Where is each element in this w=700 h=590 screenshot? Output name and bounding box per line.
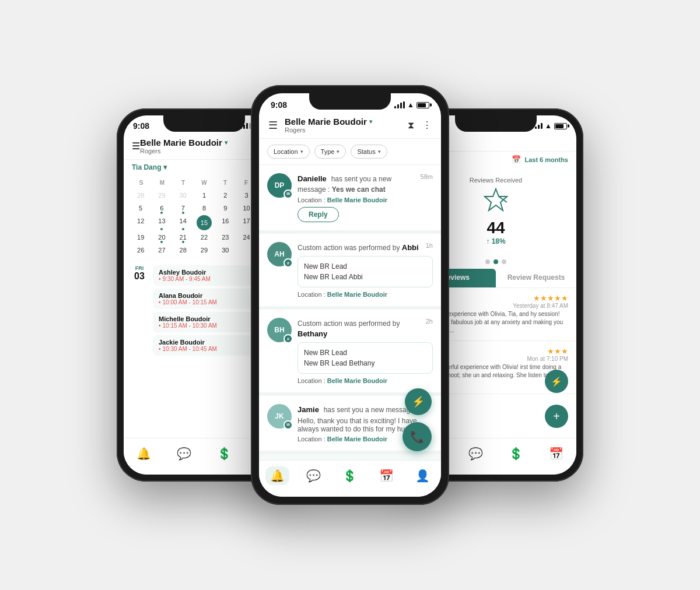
nav-payments-center[interactable]: 💲 (338, 466, 362, 485)
phone-call-fab[interactable]: 📞 (402, 422, 432, 451)
avatar-danielle: DP ✉ (267, 173, 292, 198)
status-filter[interactable]: Status ▾ (351, 145, 387, 159)
message-item-abbi[interactable]: AH # Custom action was performed by Abbi… (259, 234, 441, 310)
type-chevron-icon: ▾ (337, 149, 340, 154)
time-center: 9:08 (271, 100, 287, 110)
reply-button[interactable]: Reply (298, 207, 339, 222)
chat-icon: 💬 (177, 447, 191, 461)
msg-body-bethany: New BR Lead New BR Lead Bethany (298, 342, 433, 374)
cal-day[interactable]: 13 (152, 215, 172, 230)
type-filter[interactable]: Type ▾ (314, 145, 346, 159)
cal-day[interactable]: 8 (194, 202, 214, 214)
cal-day[interactable]: 9 (215, 202, 235, 214)
calendar-icon-right: 📅 (549, 447, 564, 461)
battery-center (416, 102, 429, 108)
cal-day[interactable]: 28 (131, 189, 150, 201)
battery-right (554, 123, 567, 129)
user-name: Tia Dang (132, 163, 161, 171)
msg-header-danielle: Danielle has sent you a new message : Ye… (298, 173, 433, 194)
nav-messages-left[interactable]: 💬 (172, 444, 196, 463)
cal-day[interactable]: 5 (131, 202, 150, 214)
person-icon-center: 👤 (415, 469, 430, 483)
cal-day[interactable]: 1 (194, 189, 214, 201)
cal-day[interactable]: 22 (194, 231, 214, 243)
status-icons-right: ▲ (535, 122, 567, 130)
message-list: DP ✉ Danielle has sent you a new message… (259, 165, 441, 461)
center-phone: 9:08 ▲ ☰ Belle Marie Boudoir (251, 85, 449, 505)
user-selector[interactable]: Tia Dang ▾ (132, 163, 167, 171)
nav-calendar-center[interactable]: 📅 (374, 466, 398, 485)
filter-icon[interactable]: ⧗ (408, 120, 414, 131)
message-content-danielle: Danielle has sent you a new message : Ye… (298, 173, 433, 222)
review-date-1: Yesterday at 8:47 AM (513, 303, 568, 309)
msg-body-abbi: New BR Lead New BR Lead Abbi (298, 256, 433, 287)
location-filter-label: Location (274, 148, 298, 155)
cal-day[interactable]: 14 (173, 215, 193, 230)
cal-day[interactable]: 20 (152, 231, 172, 243)
nav-notifications-left[interactable]: 🔔 (132, 444, 156, 463)
message-content-bethany: Custom action was performed by Bethany 2… (298, 318, 433, 384)
nav-profile-center[interactable]: 👤 (411, 466, 435, 485)
notch-center (309, 93, 391, 110)
header-actions-center: ⧗ ⋮ (408, 120, 432, 131)
nav-calendar-right[interactable]: 📅 (544, 444, 568, 463)
status-filter-label: Status (357, 148, 375, 155)
msg-location-bethany: Location : Belle Marie Boudoir (298, 377, 433, 384)
period-selector[interactable]: 📅 Last 6 months (512, 155, 568, 164)
center-app-header: ☰ Belle Marie Boudoir ▾ Rogers ⧗ ⋮ (259, 112, 441, 139)
star-outline-icon (481, 186, 510, 215)
lightning-fab-right[interactable]: ⚡ (545, 370, 568, 393)
bottom-nav-center: 🔔 💬 💲 📅 👤 (259, 460, 441, 497)
cal-day[interactable]: 23 (215, 231, 235, 243)
cal-day[interactable]: 2 (215, 189, 235, 201)
cal-day[interactable]: 12 (131, 215, 150, 230)
hamburger-icon-left[interactable]: ☰ (132, 141, 140, 152)
location-filter[interactable]: Location ▾ (267, 145, 310, 159)
cal-day[interactable]: 7 (173, 202, 193, 214)
msg-location-danielle: Location : Belle Marie Boudoir (298, 196, 433, 203)
cal-day[interactable]: 30 (173, 189, 193, 201)
message-content-abbi: Custom action was performed by Abbi 1h N… (298, 242, 433, 298)
dot-1 (485, 259, 490, 264)
user-chevron-icon: ▾ (163, 163, 167, 171)
wifi-right: ▲ (545, 122, 552, 130)
status-icons-center: ▲ (394, 101, 429, 109)
message-item-bethany[interactable]: BH # Custom action was performed by Beth… (259, 310, 441, 396)
message-item-danielle[interactable]: DP ✉ Danielle has sent you a new message… (259, 165, 441, 234)
nav-payments-left[interactable]: 💲 (212, 444, 236, 463)
action-badge-abbi: # (284, 258, 293, 268)
cal-day[interactable]: 16 (215, 215, 235, 230)
cal-day[interactable]: 26 (131, 244, 150, 256)
chat-icon-center: 💬 (306, 469, 321, 483)
status-chevron-icon: ▾ (378, 149, 381, 154)
hamburger-icon-center[interactable]: ☰ (268, 119, 278, 132)
message-badge: ✉ (284, 189, 293, 199)
avatar-abbi: AH # (267, 242, 292, 266)
cal-day[interactable]: 27 (152, 244, 172, 256)
cal-day-today[interactable]: 15 (197, 215, 212, 230)
nav-messages-right[interactable]: 💬 (464, 444, 488, 463)
nav-messages-center[interactable]: 💬 (302, 466, 326, 485)
center-header-title-group: Belle Marie Boudoir ▾ Rogers (285, 117, 408, 134)
signal-right (535, 123, 542, 129)
center-phone-screen: 9:08 ▲ ☰ Belle Marie Boudoir (259, 93, 441, 497)
add-fab-right[interactable]: + (545, 405, 568, 428)
cal-day[interactable]: 30 (215, 244, 235, 256)
msg-header-abbi: Custom action was performed by Abbi 1h (298, 242, 433, 252)
cal-day[interactable]: 29 (194, 244, 214, 256)
cal-day[interactable]: 28 (173, 244, 193, 256)
lightning-fab[interactable]: ⚡ (405, 388, 432, 415)
dollar-icon-right: 💲 (509, 447, 523, 461)
avatar-jamie: JK ✉ (267, 404, 292, 429)
location-chevron-icon: ▾ (300, 149, 303, 154)
cal-day[interactable]: 29 (152, 189, 172, 201)
nav-payments-right[interactable]: 💲 (504, 444, 528, 463)
wifi-center: ▲ (407, 101, 414, 109)
tab-review-requests[interactable]: Review Requests (496, 269, 576, 287)
nav-notifications-center[interactable]: 🔔 (265, 466, 289, 485)
cal-day[interactable]: 19 (131, 231, 150, 243)
more-options-icon[interactable]: ⋮ (422, 120, 432, 131)
date-label: FRI 03 (131, 265, 148, 282)
cal-day[interactable]: 6 (152, 202, 172, 214)
cal-day[interactable]: 21 (173, 231, 193, 243)
